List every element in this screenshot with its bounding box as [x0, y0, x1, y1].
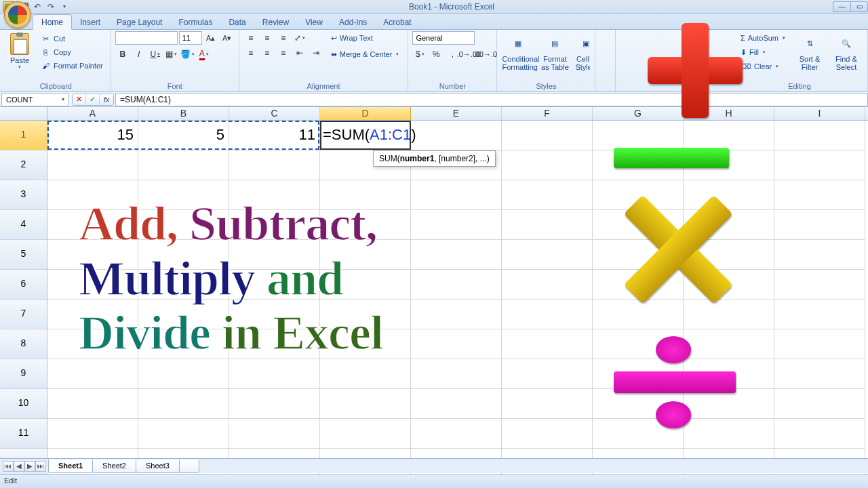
format-as-table-button[interactable]: ▤Format as Table: [538, 31, 572, 76]
row-header-2[interactable]: 2: [0, 150, 47, 180]
col-header-e[interactable]: E: [411, 107, 502, 120]
row-header-5[interactable]: 5: [0, 240, 47, 270]
decrease-decimal-button[interactable]: .00→.0: [477, 47, 492, 61]
cell-e1[interactable]: [411, 121, 502, 150]
grow-font-button[interactable]: A▴: [203, 31, 218, 45]
cell-h1[interactable]: [684, 121, 774, 150]
row-header-4[interactable]: 4: [0, 210, 47, 240]
group-label-cells: [599, 89, 611, 92]
merge-center-button[interactable]: ⬌Merge & Center: [326, 47, 404, 61]
conditional-formatting-button[interactable]: ▦Conditional Formatting: [501, 31, 535, 76]
formula-input[interactable]: [115, 93, 868, 106]
sheet-tab-3[interactable]: Sheet3: [136, 460, 180, 473]
sheet-tab-2[interactable]: Sheet2: [92, 460, 136, 473]
accept-formula-icon[interactable]: ✓: [86, 94, 100, 105]
cell-d1-editing[interactable]: =SUM(A1:C1): [320, 121, 411, 150]
fill-color-button[interactable]: 🪣: [180, 47, 195, 61]
tab-page-layout[interactable]: Page Layout: [108, 15, 170, 29]
copy-button[interactable]: ⎘Copy: [37, 46, 106, 58]
sort-filter-button[interactable]: ⇅Sort & Filter: [793, 31, 827, 76]
cell-b1[interactable]: 5: [138, 121, 229, 150]
cell-f1[interactable]: [502, 121, 593, 150]
clear-button[interactable]: ⌫Clear: [736, 60, 790, 73]
align-left-button[interactable]: ≡: [243, 46, 258, 60]
cut-button[interactable]: ✂Cut: [37, 33, 106, 45]
currency-button[interactable]: $: [412, 47, 427, 61]
find-label: Find & Select: [835, 55, 857, 71]
name-box[interactable]: COUNT▾: [1, 93, 69, 106]
find-select-button[interactable]: 🔍Find & Select: [829, 31, 863, 76]
table-label: Format as Table: [541, 55, 569, 71]
align-top-button[interactable]: ≡: [243, 31, 258, 45]
tab-formulas[interactable]: Formulas: [170, 15, 220, 29]
col-header-b[interactable]: B: [138, 107, 229, 120]
increase-indent-button[interactable]: ⇥: [309, 46, 323, 60]
bold-button[interactable]: B: [115, 47, 130, 61]
tooltip-arg1: number1: [400, 154, 435, 163]
tab-data[interactable]: Data: [220, 15, 254, 29]
tab-view[interactable]: View: [297, 15, 331, 29]
select-all-corner[interactable]: [0, 107, 47, 120]
italic-button[interactable]: I: [132, 47, 146, 61]
col-header-d[interactable]: D: [320, 107, 411, 120]
cancel-formula-icon[interactable]: ✕: [73, 94, 86, 105]
tab-insert[interactable]: Insert: [72, 15, 108, 29]
align-right-button[interactable]: ≡: [276, 46, 291, 60]
row-header-10[interactable]: 10: [0, 389, 47, 419]
row-header-9[interactable]: 9: [0, 359, 47, 389]
overlay-exl: in Excel: [222, 306, 383, 360]
status-mode: Edit: [4, 476, 17, 485]
align-bottom-button[interactable]: ≡: [276, 31, 291, 45]
font-color-button[interactable]: A: [197, 47, 212, 61]
shrink-font-button[interactable]: A▾: [220, 31, 235, 45]
tab-home[interactable]: Home: [33, 14, 72, 30]
row-header-6[interactable]: 6: [0, 270, 47, 300]
font-name-input[interactable]: [115, 31, 178, 45]
new-sheet-button[interactable]: [179, 460, 199, 473]
group-label-styles: Styles: [501, 81, 591, 92]
number-format-input[interactable]: [412, 31, 475, 45]
font-size-input[interactable]: [179, 31, 202, 45]
border-button[interactable]: ▦: [164, 47, 179, 61]
tab-add-ins[interactable]: Add-Ins: [331, 15, 375, 29]
orientation-button[interactable]: ⤢: [292, 31, 307, 45]
wrap-text-button[interactable]: ↩Wrap Text: [326, 31, 404, 45]
col-header-f[interactable]: F: [502, 107, 593, 120]
format-painter-button[interactable]: 🖌Format Painter: [37, 60, 106, 72]
tab-review[interactable]: Review: [254, 15, 297, 29]
sheet-nav-last-icon[interactable]: ⏭: [35, 461, 46, 472]
row-header-3[interactable]: 3: [0, 180, 47, 210]
cell-a1[interactable]: 15: [47, 121, 138, 150]
maximize-button[interactable]: ▭: [850, 1, 868, 12]
row-header-8[interactable]: 8: [0, 329, 47, 359]
col-header-i[interactable]: I: [774, 107, 865, 120]
sheet-tab-1[interactable]: Sheet1: [48, 460, 93, 473]
cell-i1[interactable]: [774, 121, 865, 150]
tab-acrobat[interactable]: Acrobat: [375, 15, 419, 29]
sheet-nav-first-icon[interactable]: ⏮: [3, 461, 14, 472]
underline-button[interactable]: U: [148, 47, 163, 61]
decrease-indent-button[interactable]: ⇤: [292, 46, 307, 60]
row-header-11[interactable]: 11: [0, 419, 47, 449]
align-middle-button[interactable]: ≡: [260, 31, 275, 45]
row-header-7[interactable]: 7: [0, 300, 47, 329]
undo-icon[interactable]: ↶: [31, 1, 43, 12]
redo-icon[interactable]: ↷: [45, 1, 57, 12]
col-header-c[interactable]: C: [229, 107, 320, 120]
percent-button[interactable]: %: [429, 47, 443, 61]
align-center-button[interactable]: ≡: [260, 46, 275, 60]
cell-c1[interactable]: 11: [229, 121, 320, 150]
row-header-1[interactable]: 1: [0, 121, 47, 150]
cell-g1[interactable]: [593, 121, 684, 150]
insert-function-icon[interactable]: fx: [100, 94, 113, 105]
paste-button[interactable]: Paste ▾: [5, 31, 34, 76]
sheet-nav-next-icon[interactable]: ▶: [24, 461, 35, 472]
autosum-button[interactable]: ΣAutoSum: [736, 31, 790, 45]
cell-styles-button[interactable]: ▣Cell Styles: [574, 31, 591, 76]
sheet-nav-prev-icon[interactable]: ◀: [14, 461, 24, 472]
minimize-button[interactable]: —: [833, 1, 850, 12]
office-button[interactable]: [4, 1, 31, 28]
col-header-a[interactable]: A: [47, 107, 138, 120]
fill-button[interactable]: ⬇Fill: [736, 45, 790, 59]
qat-customize-icon[interactable]: ▾: [58, 1, 71, 12]
